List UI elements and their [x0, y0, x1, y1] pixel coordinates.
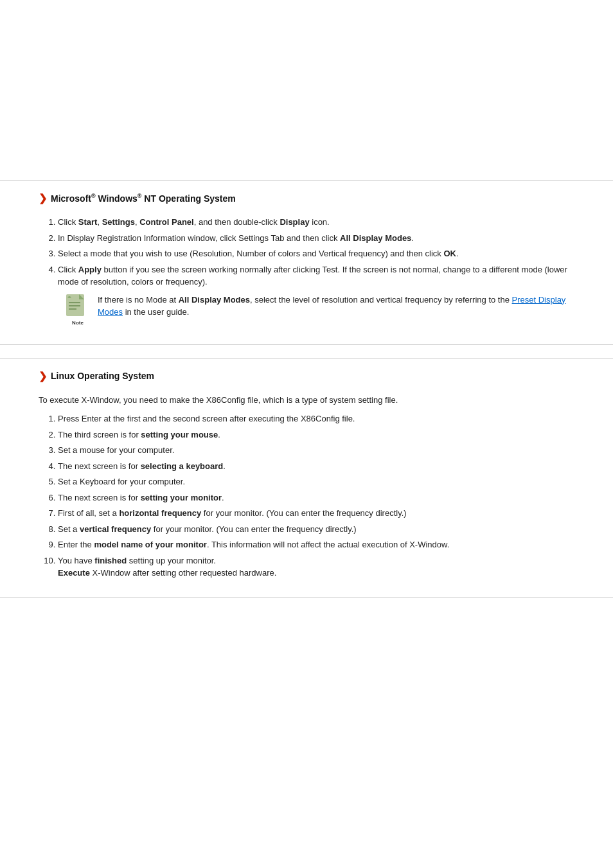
windows-nt-steps: Click Start, Settings, Control Panel, an…	[58, 216, 574, 327]
section-divider	[0, 345, 613, 358]
top-spacer	[0, 0, 613, 180]
note-icon	[65, 294, 91, 318]
note-label-text: Note	[72, 319, 84, 327]
list-item: You have finished setting up your monito…	[58, 554, 574, 580]
linux-title: Linux Operating System	[51, 371, 154, 381]
windows-nt-title: Microsoft® Windows® NT Operating System	[51, 193, 236, 204]
list-item: The next screen is for selecting a keybo…	[58, 460, 574, 473]
list-item: The next screen is for setting your moni…	[58, 492, 574, 504]
linux-section: ❯ Linux Operating System To execute X-Wi…	[0, 358, 613, 598]
preset-display-modes-link[interactable]: Preset Display Modes	[98, 295, 565, 317]
list-item: Set a Keyboard for your computer.	[58, 475, 574, 488]
list-item: The third screen is for setting your mou…	[58, 429, 574, 441]
section-icon-linux: ❯	[39, 370, 47, 382]
section-icon-windows: ❯	[39, 192, 47, 204]
list-item: Press Enter at the first and the second …	[58, 412, 574, 425]
list-item: Click Start, Settings, Control Panel, an…	[58, 216, 574, 229]
windows-nt-header: ❯ Microsoft® Windows® NT Operating Syste…	[39, 192, 574, 204]
linux-intro: To execute X-Window, you need to make th…	[39, 394, 574, 407]
list-item: First of all, set a horizontal frequency…	[58, 507, 574, 520]
list-item: Select a mode that you wish to use (Reso…	[58, 247, 574, 260]
list-item: In Display Registration Information wind…	[58, 232, 574, 245]
linux-header: ❯ Linux Operating System	[39, 370, 574, 382]
list-item: Click Apply button if you see the screen…	[58, 263, 574, 327]
windows-nt-section: ❯ Microsoft® Windows® NT Operating Syste…	[0, 180, 613, 345]
note-box: Note If there is no Mode at All Display …	[64, 294, 574, 327]
note-text: If there is no Mode at All Display Modes…	[98, 294, 574, 319]
page-container: ❯ Microsoft® Windows® NT Operating Syste…	[0, 0, 613, 868]
list-item: Set a mouse for your computer.	[58, 444, 574, 457]
linux-steps: Press Enter at the first and the second …	[58, 412, 574, 580]
list-item: Set a vertical frequency for your monito…	[58, 523, 574, 536]
list-item: Enter the model name of your monitor. Th…	[58, 538, 574, 551]
note-badge: Note	[64, 294, 91, 327]
